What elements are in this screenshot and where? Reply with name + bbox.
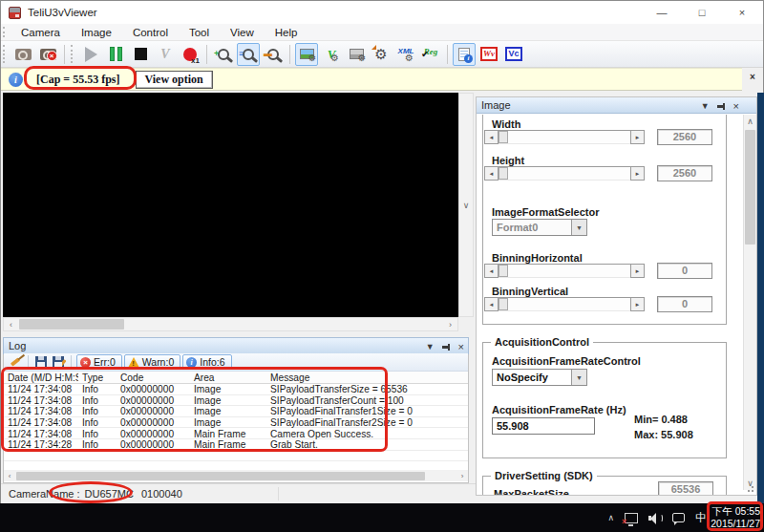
scroll-up-arrow[interactable]: ∧ [744,115,756,128]
log-row[interactable]: 11/24 17:34:08Info0x00000000ImageSIPaylo… [4,395,468,407]
log-window-button[interactable]: i [453,43,476,66]
panel-close-icon[interactable]: × [733,97,739,115]
log-row[interactable]: 11/24 17:34:28Info0x00000000Main FrameGr… [4,439,468,451]
advanced-settings-button[interactable]: ⚙ [370,43,393,66]
slider-left-arrow[interactable]: ◄ [484,264,499,278]
slider-thumb[interactable] [499,265,508,277]
view-option-button[interactable]: View option [136,71,213,89]
register-check-button[interactable]: Reg✔ [419,43,442,66]
maximize-button[interactable]: □ [689,7,715,18]
slider-thumb[interactable] [499,167,508,180]
panel-pin-icon[interactable] [717,102,726,111]
minimize-button[interactable]: — [648,7,675,18]
ime-indicator[interactable]: 中 [695,510,707,526]
filter-errors-button[interactable]: ×Err:0 [76,354,122,370]
open-camera-button[interactable] [11,43,34,66]
width-slider[interactable]: ◄ ► [484,130,645,144]
column-header-type[interactable]: Type [78,372,117,383]
tray-chevron-icon[interactable]: ∧ [607,513,614,522]
taskbar[interactable]: ∧ × 中 下午 05:55 2015/11/27 [0,503,764,532]
save-log-button[interactable] [32,354,50,370]
acquisition-frame-rate-control-dropdown[interactable]: NoSpecify ▼ [492,369,587,386]
xml-settings-button[interactable]: XML⚙ [394,43,417,66]
zoom-in-button[interactable]: + [212,43,235,66]
menu-camera[interactable]: Camera [11,27,71,38]
slider-right-arrow[interactable]: ► [630,264,645,278]
feature-settings-button[interactable]: V⚙ [320,43,343,66]
play-button[interactable] [79,43,102,66]
log-row[interactable]: 11/24 17:34:08Info0x00000000ImageSIPaylo… [4,406,468,417]
slider-thumb[interactable] [499,131,508,143]
scroll-left-arrow[interactable]: ‹ [4,318,18,330]
menu-image[interactable]: Image [71,27,122,38]
image-settings-button[interactable]: ⚙ [295,43,318,66]
panel-pin-icon[interactable] [442,343,451,351]
slider-left-arrow[interactable]: ◄ [484,297,499,311]
scroll-right-arrow[interactable]: › [443,318,457,330]
infobar-close-button[interactable]: × [745,70,760,85]
image-format-dropdown[interactable]: Format0 ▼ [492,219,587,236]
log-table-header[interactable]: Date (M/D H:M:S) Type Code Area Message [4,372,468,384]
slider-thumb[interactable] [499,298,508,310]
speaker-icon[interactable] [648,512,662,523]
slider-right-arrow[interactable]: ► [630,297,645,311]
menu-help[interactable]: Help [265,27,308,38]
dropdown-arrow-icon[interactable]: ▼ [571,370,586,385]
scroll-left-arrow[interactable]: ‹ [4,470,15,481]
log-row[interactable]: 11/24 17:34:08Info0x00000000Main FrameCa… [4,428,468,439]
viewport-vertical-scrollbar[interactable]: ∧ ∨ [458,93,474,317]
waveform-view-button[interactable]: Wv [478,43,500,66]
resize-grip[interactable] [745,483,754,493]
binning-horizontal-slider[interactable]: ◄ ► [484,264,645,278]
slider-left-arrow[interactable]: ◄ [484,130,499,144]
menu-tool[interactable]: Tool [179,27,220,38]
scroll-thumb[interactable] [19,319,124,330]
binning-vertical-slider[interactable]: ◄ ► [484,297,645,311]
save-log-as-button[interactable] [50,354,67,370]
log-horizontal-scrollbar[interactable]: ‹ › [4,470,468,481]
column-header-code[interactable]: Code [117,372,190,383]
scroll-thumb[interactable] [16,472,425,480]
menu-view[interactable]: View [220,27,265,38]
display-settings-button[interactable]: ⚙ [345,43,368,66]
video-view-button[interactable]: Vc [502,43,525,66]
acquisition-frame-rate-input[interactable]: 55.908 [492,417,595,435]
column-header-date[interactable]: Date (M/D H:M:S) [4,372,78,383]
pause-button[interactable] [104,43,127,66]
slider-track[interactable] [499,264,630,278]
scroll-right-arrow[interactable]: › [456,470,468,481]
menu-control[interactable]: Control [122,27,179,38]
close-camera-button[interactable]: × [36,43,59,66]
log-row[interactable]: 11/24 17:34:08Info0x00000000ImageSIPaylo… [4,384,468,395]
play-icon [85,47,97,62]
zoom-fit-button[interactable]: ≡ [237,43,260,66]
slider-right-arrow[interactable]: ► [630,130,645,144]
notification-icon[interactable] [672,513,685,522]
taskbar-clock[interactable]: 下午 05:55 2015/11/27 [709,505,760,530]
filter-warnings-button[interactable]: !Warn:0 [124,354,180,370]
dropdown-arrow-icon[interactable]: ▼ [571,220,586,235]
scroll-down-arrow[interactable]: ∨ [459,94,473,316]
stop-button[interactable] [129,43,152,66]
zoom-out-button[interactable]: ▬ [262,43,285,66]
clear-log-button[interactable] [7,354,24,370]
column-header-area[interactable]: Area [190,372,266,383]
image-panel-scrollbar[interactable]: ∧ ∨ [743,115,756,490]
trigger-button[interactable]: V [154,43,177,66]
height-slider[interactable]: ◄ ► [484,166,645,181]
scroll-thumb[interactable] [745,130,755,245]
camera-image-viewport[interactable] [3,93,458,317]
panel-menu-icon[interactable]: ▼ [701,97,710,115]
slider-right-arrow[interactable]: ► [630,166,645,181]
network-status-icon[interactable]: × [625,513,638,523]
column-header-message[interactable]: Message [266,372,468,383]
log-row[interactable]: 11/24 17:34:08Info0x00000000ImageSIPaylo… [4,417,468,429]
close-button[interactable]: × [729,7,755,18]
slider-track[interactable] [499,166,630,181]
slider-track[interactable] [499,130,630,144]
filter-info-button[interactable]: iInfo:6 [182,354,231,370]
viewport-horizontal-scrollbar[interactable]: ‹ › [3,317,458,331]
slider-left-arrow[interactable]: ◄ [484,166,499,181]
slider-track[interactable] [499,297,630,311]
record-button[interactable]: x1 [179,43,202,66]
